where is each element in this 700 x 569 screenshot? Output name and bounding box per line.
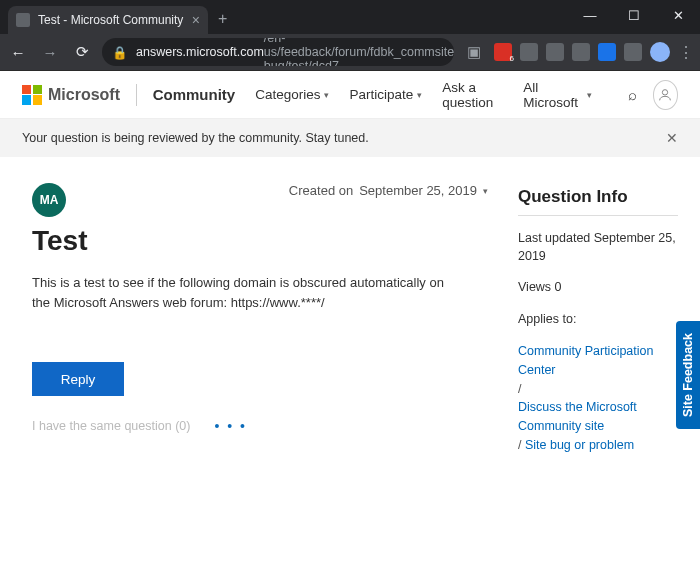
more-actions-icon[interactable]: • • •: [214, 418, 246, 434]
question-body: This is a test to see if the following d…: [32, 273, 462, 312]
tab-favicon-icon: [16, 13, 30, 27]
browser-titlebar: Test - Microsoft Community × + — ☐ ✕: [0, 0, 700, 34]
nav-categories[interactable]: Categories ▾: [255, 87, 329, 102]
chevron-down-icon: ▾: [587, 90, 592, 100]
sidebar-last-updated: Last updated September 25, 2019: [518, 230, 678, 265]
maximize-icon[interactable]: ☐: [612, 0, 656, 30]
chevron-down-icon: ▾: [483, 186, 488, 196]
lock-icon: 🔒: [112, 45, 128, 60]
microsoft-logo[interactable]: Microsoft: [22, 85, 120, 105]
extension-icons: ▣ ⋮: [462, 42, 694, 62]
browser-toolbar: ← → ⟳ 🔒 answers.microsoft.com/en-us/feed…: [0, 34, 700, 70]
tab-title: Test - Microsoft Community: [38, 13, 186, 27]
same-question-link[interactable]: I have the same question (0): [32, 419, 190, 433]
sidebar-views: Views 0: [518, 279, 678, 297]
forward-icon[interactable]: →: [38, 44, 62, 61]
link-discuss[interactable]: Discuss the Microsoft Community site: [518, 400, 637, 433]
main-column: MA Created on September 25, 2019 ▾ Test …: [32, 183, 488, 455]
created-date: September 25, 2019: [359, 183, 477, 198]
created-prefix: Created on: [289, 183, 353, 198]
all-microsoft-menu[interactable]: All Microsoft ▾: [523, 80, 592, 110]
header-divider: [136, 84, 137, 106]
search-icon[interactable]: ⌕: [628, 86, 637, 103]
page-content: Microsoft Community Categories ▾ Partici…: [0, 70, 700, 569]
site-feedback-tab[interactable]: Site Feedback: [676, 321, 700, 429]
reply-button[interactable]: Reply: [32, 362, 124, 396]
ext-icon-5[interactable]: [624, 43, 642, 61]
browser-menu-icon[interactable]: ⋮: [678, 43, 694, 62]
nav-participate-label: Participate: [349, 87, 413, 102]
site-header: Microsoft Community Categories ▾ Partici…: [0, 71, 700, 119]
signin-icon[interactable]: [653, 80, 678, 110]
url-path: /en-us/feedback/forum/fdbk_commsite-bug/…: [264, 38, 454, 66]
nav-categories-label: Categories: [255, 87, 320, 102]
breadcrumb-sep: /: [518, 438, 525, 452]
notice-text: Your question is being reviewed by the c…: [22, 131, 369, 145]
notice-close-icon[interactable]: ✕: [666, 130, 678, 146]
microsoft-wordmark: Microsoft: [48, 86, 120, 104]
minimize-icon[interactable]: —: [568, 0, 612, 30]
nav-ask-question[interactable]: Ask a question: [442, 80, 503, 110]
reload-icon[interactable]: ⟳: [70, 43, 94, 61]
browser-tab[interactable]: Test - Microsoft Community ×: [8, 6, 208, 34]
question-title: Test: [32, 225, 488, 257]
all-microsoft-label: All Microsoft: [523, 80, 583, 110]
sidebar: Question Info Last updated September 25,…: [518, 183, 678, 455]
sidebar-applies-to: Applies to:: [518, 311, 678, 329]
chevron-down-icon: ▾: [324, 90, 329, 100]
breadcrumb-sep: /: [518, 382, 521, 396]
ext-icon-4[interactable]: [598, 43, 616, 61]
created-date-row[interactable]: Created on September 25, 2019 ▾: [289, 183, 488, 198]
profile-avatar-icon[interactable]: [650, 42, 670, 62]
chevron-down-icon: ▾: [417, 90, 422, 100]
tab-close-icon[interactable]: ×: [192, 12, 200, 28]
author-avatar[interactable]: MA: [32, 183, 66, 217]
window-controls: — ☐ ✕: [568, 0, 700, 30]
cast-icon[interactable]: ▣: [462, 43, 486, 61]
microsoft-logo-icon: [22, 85, 42, 105]
ext-icon-3[interactable]: [572, 43, 590, 61]
link-cpc[interactable]: Community Participation Center: [518, 344, 653, 377]
svg-point-0: [663, 89, 668, 94]
ublock-icon[interactable]: [494, 43, 512, 61]
url-host: answers.microsoft.com: [136, 45, 264, 59]
link-bug[interactable]: Site bug or problem: [525, 438, 634, 452]
back-icon[interactable]: ←: [6, 44, 30, 61]
nav-participate[interactable]: Participate ▾: [349, 87, 422, 102]
nav-community[interactable]: Community: [153, 86, 236, 103]
new-tab-button[interactable]: +: [218, 10, 227, 28]
sidebar-title: Question Info: [518, 187, 678, 216]
notice-bar: Your question is being reviewed by the c…: [0, 119, 700, 157]
close-window-icon[interactable]: ✕: [656, 0, 700, 30]
ext-icon-1[interactable]: [520, 43, 538, 61]
ext-icon-2[interactable]: [546, 43, 564, 61]
address-bar[interactable]: 🔒 answers.microsoft.com/en-us/feedback/f…: [102, 38, 454, 66]
